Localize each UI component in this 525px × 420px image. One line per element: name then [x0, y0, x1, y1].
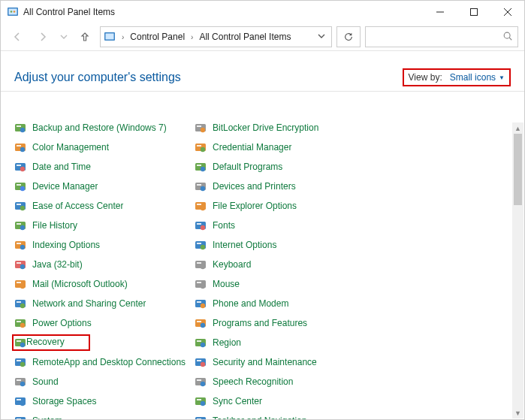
item-mail-microsoft-outlook[interactable]: Mail (Microsoft Outlook): [14, 274, 195, 294]
close-button[interactable]: [490, 1, 524, 23]
item-label: Programs and Features: [213, 318, 307, 328]
item-label: Security and Maintenance: [213, 357, 317, 367]
item-security-and-maintenance[interactable]: Security and Maintenance: [195, 352, 375, 372]
color-management-icon: [14, 141, 26, 153]
item-fonts[interactable]: Fonts: [195, 216, 375, 235]
item-label: File History: [32, 220, 77, 231]
item-default-programs[interactable]: Default Programs: [195, 157, 375, 177]
svg-point-12: [201, 128, 205, 132]
svg-rect-28: [17, 184, 21, 186]
svg-point-48: [201, 245, 205, 249]
view-by-selector[interactable]: View by: Small icons ▼: [403, 68, 511, 86]
scrollbar-thumb[interactable]: [514, 134, 522, 205]
item-label: Devices and Printers: [213, 181, 296, 192]
item-region[interactable]: Region: [195, 333, 375, 352]
address-bar[interactable]: › Control Panel › All Control Panel Item…: [100, 26, 332, 47]
svg-rect-103: [197, 418, 201, 419]
svg-rect-70: [17, 321, 21, 322]
item-bitlocker-drive-encryption[interactable]: BitLocker Drive Encryption: [195, 122, 375, 137]
item-storage-spaces[interactable]: Storage Spaces: [14, 391, 195, 411]
item-ease-of-access-center[interactable]: Ease of Access Center: [14, 196, 195, 216]
svg-rect-88: [17, 379, 21, 381]
item-file-explorer-options[interactable]: File Explorer Options: [195, 196, 375, 216]
address-dropdown[interactable]: [315, 32, 328, 42]
item-taskbar-and-navigation[interactable]: Taskbar and Navigation: [195, 411, 375, 419]
item-label: Indexing Options: [32, 240, 100, 250]
network-and-sharing-center-icon: [14, 298, 26, 310]
svg-rect-73: [197, 321, 201, 322]
svg-rect-91: [197, 379, 201, 381]
maximize-button[interactable]: [457, 1, 490, 23]
svg-point-18: [201, 147, 205, 152]
item-mouse[interactable]: Mouse: [195, 274, 375, 294]
svg-point-33: [20, 206, 25, 210]
device-manager-icon: [14, 180, 26, 192]
item-sound[interactable]: Sound: [14, 372, 195, 391]
content-header: Adjust your computer's settings View by:…: [1, 50, 524, 91]
control-panel-small-icon: [104, 31, 116, 43]
credential-manager-icon: [195, 141, 207, 153]
search-box[interactable]: [365, 26, 518, 47]
up-button[interactable]: [74, 26, 95, 47]
svg-point-7: [504, 32, 510, 38]
svg-point-42: [201, 225, 205, 230]
item-credential-manager[interactable]: Credential Manager: [195, 137, 375, 157]
back-button[interactable]: [7, 26, 28, 47]
item-devices-and-printers[interactable]: Devices and Printers: [195, 177, 375, 196]
vertical-scrollbar[interactable]: ▲ ▼: [512, 122, 523, 418]
breadcrumb-control-panel[interactable]: Control Panel: [130, 32, 185, 42]
item-remoteapp-and-desktop-connections[interactable]: RemoteApp and Desktop Connections: [14, 352, 195, 372]
item-network-and-sharing-center[interactable]: Network and Sharing Center: [14, 294, 195, 313]
chevron-right-icon[interactable]: ›: [119, 33, 127, 41]
svg-rect-97: [197, 399, 201, 400]
titlebar: All Control Panel Items: [1, 1, 524, 23]
forward-button[interactable]: [32, 26, 53, 47]
item-java-32-bit[interactable]: Java (32-bit): [14, 255, 195, 274]
item-keyboard[interactable]: Keyboard: [195, 255, 375, 274]
item-color-management[interactable]: Color Management: [14, 137, 195, 157]
chevron-right-icon[interactable]: ›: [188, 33, 196, 41]
default-programs-icon: [195, 161, 207, 173]
scroll-down-button[interactable]: ▼: [512, 407, 523, 418]
svg-rect-100: [17, 418, 21, 419]
svg-rect-22: [17, 165, 21, 166]
system-icon: [14, 415, 26, 419]
item-programs-and-features[interactable]: Programs and Features: [195, 313, 375, 333]
item-system[interactable]: System: [14, 411, 195, 419]
item-internet-options[interactable]: Internet Options: [195, 235, 375, 255]
svg-point-36: [201, 206, 205, 210]
item-label: Recovery: [26, 337, 65, 349]
svg-point-63: [20, 304, 25, 308]
item-phone-and-modem[interactable]: Phone and Modem: [195, 294, 375, 313]
item-file-history[interactable]: File History: [14, 216, 195, 235]
item-backup-and-restore-windows-7[interactable]: Backup and Restore (Windows 7): [14, 122, 195, 137]
breadcrumb-all-items[interactable]: All Control Panel Items: [199, 32, 291, 42]
svg-rect-43: [197, 223, 201, 225]
svg-rect-58: [17, 282, 21, 283]
item-speech-recognition[interactable]: Speech Recognition: [195, 372, 375, 391]
item-sync-center[interactable]: Sync Center: [195, 391, 375, 411]
svg-rect-61: [197, 282, 201, 283]
item-recovery[interactable]: Recovery: [14, 333, 195, 352]
internet-options-icon: [195, 239, 207, 251]
minimize-button[interactable]: [423, 1, 457, 23]
control-panel-window: All Control Panel Items › Contr: [0, 0, 525, 420]
item-label: Mouse: [213, 279, 240, 289]
item-label: Mail (Microsoft Outlook): [32, 279, 128, 289]
recent-locations-button[interactable]: [58, 26, 70, 47]
item-label: Storage Spaces: [32, 396, 96, 406]
scroll-up-button[interactable]: ▲: [512, 122, 523, 134]
refresh-button[interactable]: [336, 26, 361, 47]
item-device-manager[interactable]: Device Manager: [14, 177, 195, 196]
item-power-options[interactable]: Power Options: [14, 313, 195, 333]
item-indexing-options[interactable]: Indexing Options: [14, 235, 195, 255]
keyboard-icon: [195, 258, 207, 270]
items-area: Backup and Restore (Windows 7)BitLocker …: [1, 122, 512, 419]
control-panel-icon: [7, 6, 19, 18]
item-date-and-time[interactable]: Date and Time: [14, 157, 195, 177]
power-options-icon: [14, 317, 26, 329]
item-label: Network and Sharing Center: [32, 298, 146, 309]
item-label: RemoteApp and Desktop Connections: [32, 357, 186, 367]
view-by-value[interactable]: Small icons ▼: [450, 72, 505, 83]
storage-spaces-icon: [14, 395, 26, 407]
